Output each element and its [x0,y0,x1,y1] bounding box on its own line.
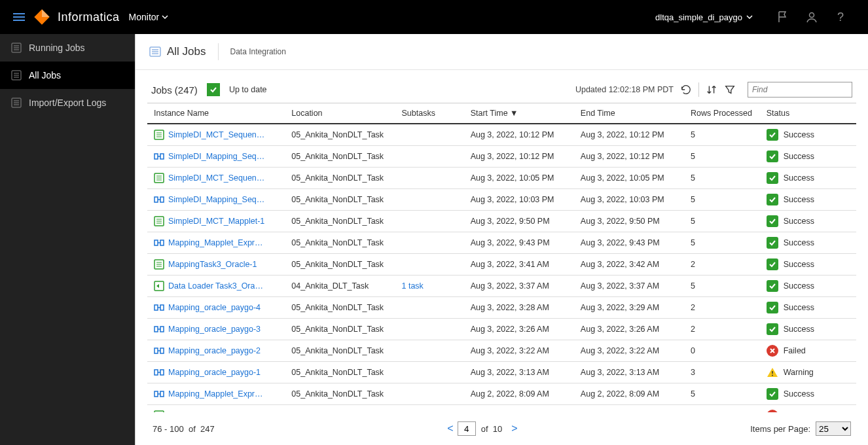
table-row[interactable]: Mapping_oracle_paygo-305_Ankita_NonDLT_T… [147,319,856,340]
table-row[interactable]: SimpleDI_Mapping_Seque...05_Ankita_NonDL… [147,189,856,211]
instance-name-cell[interactable]: Mapping_Mapplet_Expres... [147,383,285,405]
table-row[interactable]: SimpleDI_MCT_Sequence-105_Ankita_NonDLT_… [147,168,856,189]
brand-name: Informatica [58,10,120,24]
end-time-cell: Aug 1, 2022, 10:46 PM [574,405,684,413]
refresh-icon[interactable] [680,84,692,96]
items-per-page-select[interactable]: 25 [816,421,851,436]
rows-processed-cell: 5 [684,168,760,189]
end-time-cell: Aug 3, 2022, 9:43 PM [574,232,684,254]
table-row[interactable]: Mapping_oracle_paygo-205_Ankita_NonDLT_T… [147,340,856,362]
hamburger-menu[interactable] [13,13,25,21]
instance-name-cell[interactable]: SimpleDI_MCT_Mapplet-1 [147,211,285,232]
svg-rect-48 [154,327,158,332]
instance-name-cell[interactable]: MappingTask3_Oracle-1 [147,254,285,276]
task-type-icon [154,346,164,356]
prev-page-button[interactable]: < [443,423,457,435]
instance-name-cell[interactable]: Mapping_oracle_paygo-1 [147,362,285,383]
content-area: All Jobs Data Integration Jobs (247) Up … [135,34,868,445]
instance-name-cell[interactable]: DLT_ORACLE_mutlisrc-8 [147,405,285,413]
sort-icon[interactable] [706,84,717,96]
end-time-cell: Aug 3, 2022, 3:37 AM [574,276,684,297]
subtasks-cell [395,340,464,362]
start-time-cell: Aug 3, 2022, 9:43 PM [464,232,574,254]
sidebar-item-running-jobs[interactable]: Running Jobs [0,34,135,62]
col-rows[interactable]: Rows Processed [684,103,760,124]
col-location[interactable]: Location [285,103,395,124]
table-row[interactable]: MappingTask3_Oracle-105_Ankita_NonDLT_Ta… [147,254,856,276]
sidebar-item-import-export-logs[interactable]: Import/Export Logs [0,89,135,116]
success-icon [767,302,778,313]
start-time-cell: Aug 3, 2022, 10:12 PM [464,146,574,168]
instance-name-cell[interactable]: Mapping_Mapplet_Expres... [147,232,285,254]
instance-name-cell[interactable]: SimpleDI_Mapping_Seque... [147,146,285,168]
table-row[interactable]: Mapping_oracle_paygo-105_Ankita_NonDLT_T… [147,362,856,383]
next-page-button[interactable]: > [507,423,521,435]
help-icon[interactable]: ? [834,10,847,24]
status-cell: Success [760,254,856,276]
org-selector[interactable]: dltqa_simple_di_paygo [655,12,753,22]
instance-name-cell[interactable]: SimpleDI_MCT_Sequence-2 [147,124,285,146]
table-row[interactable]: Mapping_Mapplet_Expres...05_Ankita_NonDL… [147,232,856,254]
page-input[interactable] [458,421,476,436]
col-status[interactable]: Status [760,103,856,124]
instance-name-cell[interactable]: Mapping_oracle_paygo-4 [147,297,285,319]
end-time-cell: Aug 3, 2022, 10:12 PM [574,124,684,146]
status-cell: Success [760,211,856,232]
status-cell: Success [760,276,856,297]
sidebar-item-all-jobs[interactable]: All Jobs [0,62,135,89]
app-selector[interactable]: Monitor [129,12,169,22]
informatica-logo-icon [33,8,51,26]
table-row[interactable]: Mapping_oracle_paygo-405_Ankita_NonDLT_T… [147,297,856,319]
col-subtasks[interactable]: Subtasks [395,103,464,124]
instance-name-cell[interactable]: Data Loader Task3_Oracle-1 [147,276,285,297]
task-type-icon [154,130,164,140]
uptodate-indicator [207,83,220,96]
instance-name-cell[interactable]: SimpleDI_MCT_Sequence-1 [147,168,285,189]
end-time-cell: Aug 3, 2022, 3:42 AM [574,254,684,276]
user-icon[interactable] [805,10,818,24]
svg-rect-23 [154,154,158,159]
svg-point-2 [810,13,814,18]
rows-processed-cell: 5 [684,124,760,146]
status-cell: Success [760,146,856,168]
updated-timestamp: Updated 12:02:18 PM PDT [575,85,674,94]
col-start[interactable]: Start Time ▼ [464,103,574,124]
svg-rect-30 [154,197,158,202]
start-time-cell: Aug 2, 2022, 8:09 AM [464,383,574,405]
location-cell: 05_Ankita_NonDLT_Task [285,211,395,232]
sort-desc-icon: ▼ [510,109,518,118]
instance-name-cell[interactable]: SimpleDI_Mapping_Seque... [147,189,285,211]
table-row[interactable]: Mapping_Mapplet_Expres...05_Ankita_NonDL… [147,383,856,405]
subtasks-cell [395,319,464,340]
instance-name-cell[interactable]: Mapping_oracle_paygo-2 [147,340,285,362]
end-time-cell: Aug 3, 2022, 3:26 AM [574,319,684,340]
flag-icon[interactable] [776,10,789,24]
task-type-icon [154,302,164,313]
table-row[interactable]: DLT_ORACLE_mutlisrc-8Created_with_Data_L… [147,405,856,413]
table-row[interactable]: SimpleDI_MCT_Mapplet-105_Ankita_NonDLT_T… [147,211,856,232]
filter-icon[interactable] [724,84,736,96]
toolbar: Jobs (247) Up to date Updated 12:02:18 P… [136,70,868,103]
start-time-cell: Aug 3, 2022, 10:12 PM [464,124,574,146]
location-cell: 05_Ankita_NonDLT_Task [285,254,395,276]
table-row[interactable]: Data Loader Task3_Oracle-104_Ankita_DLT_… [147,276,856,297]
col-instance[interactable]: Instance Name [147,103,285,124]
find-input[interactable] [748,82,852,98]
end-time-cell: Aug 3, 2022, 10:12 PM [574,146,684,168]
location-cell: 05_Ankita_NonDLT_Task [285,340,395,362]
subtasks-cell [395,362,464,383]
subtasks-link[interactable]: 1 task [402,281,424,291]
svg-rect-61 [160,391,164,397]
table-row[interactable]: SimpleDI_Mapping_Seque...05_Ankita_NonDL… [147,146,856,168]
col-end[interactable]: End Time [574,103,684,124]
instance-name-cell[interactable]: Mapping_oracle_paygo-3 [147,319,285,340]
task-type-icon [154,259,164,270]
table-row[interactable]: SimpleDI_MCT_Sequence-205_Ankita_NonDLT_… [147,124,856,146]
start-time-cell: Aug 3, 2022, 3:13 AM [464,362,574,383]
end-time-cell: Aug 3, 2022, 10:05 PM [574,168,684,189]
location-cell: 05_Ankita_NonDLT_Task [285,189,395,211]
end-time-cell: Aug 2, 2022, 8:09 AM [574,383,684,405]
svg-rect-51 [154,348,158,353]
status-cell: Success [760,168,856,189]
svg-rect-31 [160,197,164,202]
